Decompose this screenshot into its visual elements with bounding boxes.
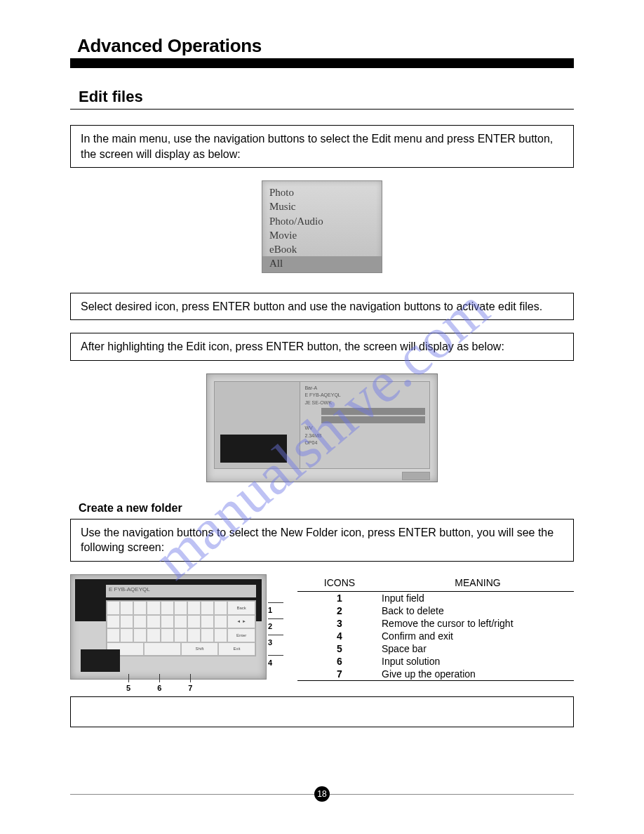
right-callouts: 1 2 3 4 [268, 598, 286, 667]
section-title: Edit files [70, 88, 574, 106]
subsection-title: Create a new folder [70, 502, 574, 515]
menu-item: Music [269, 199, 375, 213]
menu-item: Photo [269, 185, 375, 199]
menu-item: eBook [269, 242, 375, 256]
table-row: 6Input solution [297, 655, 574, 668]
bottom-callouts: 5 6 7 [126, 684, 192, 692]
menu-item: Photo/Audio [269, 214, 375, 228]
table-row: 4Confirm and exit [297, 630, 574, 642]
table-header-icons: ICONS [297, 577, 382, 592]
edit-menu-screenshot: Photo Music Photo/Audio Movie eBook All [262, 180, 382, 273]
file-panel-screenshot: Bar-A E FYB-AQEYQL JE SE-OWK WV 2.34MB O… [206, 373, 438, 482]
table-row: 2Back to delete [297, 604, 574, 617]
page-number: 18 [314, 786, 330, 802]
page-title: Advanced Operations [70, 35, 574, 57]
section-underline [70, 109, 574, 110]
keyboard-screenshot: E FYB-AQEYQL Back ◄ ► Enter ShiftExit [70, 574, 267, 680]
table-row: 7Give up the operation [297, 668, 574, 681]
select-box: Select desired icon, press ENTER button … [70, 293, 574, 321]
table-row: 1Input field [297, 592, 574, 605]
table-row: 3Remove the cursor to left/right [297, 617, 574, 630]
empty-box [70, 696, 574, 727]
title-bar [70, 58, 574, 68]
highlight-box: After highlighting the Edit icon, press … [70, 333, 574, 361]
table-row: 5Space bar [297, 642, 574, 655]
icons-table: ICONS MEANING 1Input field 2Back to dele… [297, 574, 574, 681]
menu-item-selected: All [262, 256, 382, 272]
menu-item: Movie [269, 228, 375, 242]
intro-box: In the main menu, use the navigation but… [70, 125, 574, 168]
newfolder-box: Use the navigation buttons to select the… [70, 519, 574, 562]
table-header-meaning: MEANING [382, 577, 574, 592]
